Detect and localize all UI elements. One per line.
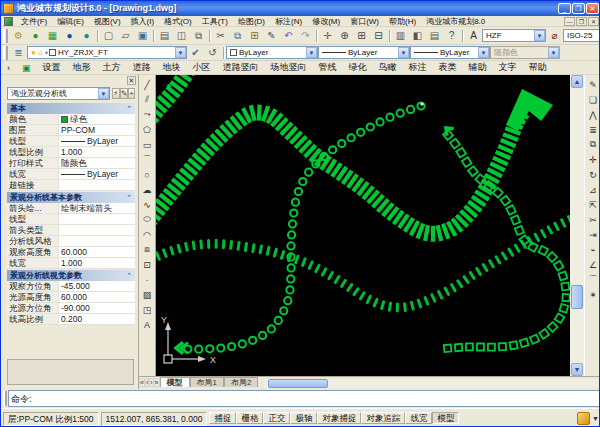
toggle-极轴[interactable]: 极轴 <box>290 412 317 424</box>
undo-icon[interactable]: ↶ <box>280 28 297 44</box>
layers-dialog-icon[interactable]: ≣ <box>10 45 27 61</box>
chevron-down-icon[interactable]: ▼ <box>175 47 186 58</box>
copy-icon[interactable]: ❏ <box>586 92 600 107</box>
property-value[interactable]: -90.000 <box>59 303 135 313</box>
toggle-线宽[interactable]: 线宽 <box>405 412 432 424</box>
drawing-canvas[interactable]: YX <box>156 75 570 376</box>
hy-menu-item-辅助[interactable]: 辅助 <box>463 61 493 74</box>
hy-menu-item-设置[interactable]: 设置 <box>37 61 67 74</box>
hy-menu-item-小区[interactable]: 小区 <box>187 61 217 74</box>
plot-preview-icon[interactable]: ◫ <box>173 28 190 44</box>
left-end-arrow[interactable] <box>176 342 188 353</box>
corner-stub-ribbon[interactable] <box>156 75 195 132</box>
polygon-icon[interactable]: ⬠ <box>140 122 155 137</box>
ellipse-arc-icon[interactable]: ◠ <box>140 227 155 242</box>
property-value[interactable] <box>59 214 135 224</box>
palette-close-icon[interactable]: ✕ <box>127 76 136 85</box>
tab-模型[interactable]: 模型 <box>160 377 190 387</box>
explode-icon[interactable]: ✶ <box>586 287 600 302</box>
menu-item-标注(N)[interactable]: 标注(N) <box>270 17 307 26</box>
chevron-down-icon[interactable]: ▼ <box>98 88 109 99</box>
command-input[interactable]: 命令: <box>8 390 600 407</box>
quick-select-icon[interactable]: ⚡ <box>112 88 120 99</box>
erase-icon[interactable]: ✎ <box>586 77 600 92</box>
property-value[interactable]: 随颜色 <box>59 158 135 168</box>
command-grip[interactable] <box>3 391 7 406</box>
new-icon[interactable]: ▢ <box>100 28 117 44</box>
hscrollbar-thumb[interactable] <box>268 379 328 388</box>
hy-app-icon-4[interactable]: ● <box>61 28 78 44</box>
property-value[interactable] <box>59 236 135 246</box>
mtext-icon[interactable]: A <box>140 317 155 332</box>
hy-menu-item-地形[interactable]: 地形 <box>67 61 97 74</box>
property-value[interactable]: 60.000 <box>59 247 135 257</box>
tab-布局2[interactable]: 布局2 <box>224 377 258 387</box>
menu-item-鸿业城市规划8.0[interactable]: 鸿业城市规划8.0 <box>421 17 490 26</box>
toolbar-grip[interactable] <box>3 29 8 43</box>
ellipse-icon[interactable]: ⬭ <box>140 212 155 227</box>
chamfer-icon[interactable]: ∠ <box>586 257 600 272</box>
lineweight-combo[interactable]: ByLayer▼ <box>410 46 490 59</box>
extend-icon[interactable]: ⇥ <box>586 227 600 242</box>
mirror-icon[interactable]: ⋀ <box>586 107 600 122</box>
menu-item-绘图(D)[interactable]: 绘图(D) <box>233 17 270 26</box>
cut-icon[interactable]: ✂ <box>212 28 229 44</box>
sun-icon[interactable]: ☼ <box>37 48 44 57</box>
vertical-scrollbar[interactable]: ▲ ▼ <box>570 75 584 376</box>
layer-combo[interactable]: ●☼▪HY_ZRJX_FT▼ <box>27 46 187 59</box>
mdi-restore-button[interactable]: ❐ <box>576 17 587 26</box>
revision-cloud-icon[interactable]: ☁ <box>140 182 155 197</box>
make-layer-current-icon[interactable]: ✔ <box>187 45 204 61</box>
make-block-icon[interactable]: ⊡ <box>140 257 155 272</box>
menu-item-文件(F)[interactable]: 文件(F) <box>16 17 52 26</box>
mdi-minimize-button[interactable]: — <box>564 17 575 26</box>
scale-icon[interactable]: ⊿ <box>586 182 600 197</box>
pan-icon[interactable]: ✛ <box>319 28 336 44</box>
hy-app-icon-1[interactable]: ⚙ <box>10 28 27 44</box>
hy-menu-item-表类[interactable]: 表类 <box>433 61 463 74</box>
point-icon[interactable]: · <box>140 272 155 287</box>
property-value[interactable]: ByLayer <box>59 169 135 179</box>
text-style-icon[interactable]: A <box>465 28 482 44</box>
collapse-icon[interactable]: ⌃ <box>126 272 132 280</box>
lock-icon[interactable]: ▪ <box>45 48 48 57</box>
small-dash-chain[interactable] <box>156 217 570 311</box>
menu-item-格式(O)[interactable]: 格式(O) <box>159 17 197 26</box>
chevron-down-icon[interactable]: ▼ <box>534 30 545 41</box>
property-value[interactable]: 1.000 <box>59 258 135 268</box>
color-combo[interactable]: ByLayer▼ <box>226 46 318 59</box>
property-value[interactable] <box>59 180 135 190</box>
menu-item-插入(I)[interactable]: 插入(I) <box>126 17 160 26</box>
hy-app-icon-5[interactable]: ● <box>78 28 95 44</box>
communication-center-icon[interactable] <box>577 412 590 425</box>
fillet-icon[interactable]: ⌒ <box>586 272 600 287</box>
toggle-对象捕捉[interactable]: 对象捕捉 <box>317 412 361 424</box>
line-icon[interactable]: ╱ <box>140 77 155 92</box>
property-value[interactable]: 60.000 <box>59 292 135 302</box>
property-value[interactable]: 绿色 <box>59 114 135 124</box>
hy-menu-item-绿化[interactable]: 绿化 <box>343 61 373 74</box>
circle-icon[interactable]: ○ <box>140 167 155 182</box>
menu-item-修改(M)[interactable]: 修改(M) <box>307 17 345 26</box>
hy-app-icon-2[interactable]: ● <box>27 28 44 44</box>
rotate-icon[interactable]: ↻ <box>586 167 600 182</box>
section-header[interactable]: 景观分析线视觉参数⌃ <box>7 270 135 281</box>
hy-menu-item-帮助[interactable]: 帮助 <box>523 61 553 74</box>
text-style-combo[interactable]: HZF▼ <box>482 29 546 42</box>
toolbar-grip[interactable] <box>3 46 8 60</box>
property-value[interactable]: PP-COM <box>59 125 135 135</box>
restore-button[interactable]: ❐ <box>572 3 585 14</box>
chevron-down-icon[interactable]: ▼ <box>398 47 409 58</box>
polyline-icon[interactable]: ⤳ <box>140 107 155 122</box>
insert-block-icon[interactable]: ⧈ <box>140 242 155 257</box>
toolpalettes-icon[interactable]: ▤ <box>426 28 443 44</box>
hy-menu-item-管线[interactable]: 管线 <box>313 61 343 74</box>
hy-menu-item-标注[interactable]: 标注 <box>403 61 433 74</box>
tab-布局1[interactable]: 布局1 <box>190 377 224 387</box>
stretch-icon[interactable]: ⇱ <box>586 197 600 212</box>
property-value[interactable]: -45.000 <box>59 281 135 291</box>
toggle-捕捉[interactable]: 捕捉 <box>209 412 236 424</box>
designcenter-icon[interactable]: ◧ <box>409 28 426 44</box>
move-icon[interactable]: ✛ <box>586 152 600 167</box>
region-icon[interactable]: ◳ <box>140 302 155 317</box>
